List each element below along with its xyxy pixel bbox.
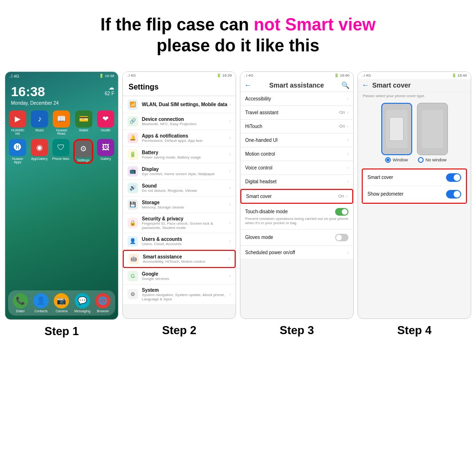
- app-health[interactable]: ❤ Health: [96, 110, 115, 135]
- cover-window-phone: [381, 103, 412, 155]
- settings-battery[interactable]: 🔋 Battery Power saving mode, Battery usa…: [123, 147, 236, 163]
- app-gallery2[interactable]: 🖼 Gallery: [96, 139, 115, 164]
- step-1: ..l 4G 🔋 16:38 16:38 Monday, December 24…: [5, 71, 119, 338]
- app-wallet[interactable]: 💳 Wallet: [74, 110, 93, 135]
- setting-smart-cover[interactable]: Smart cover: [363, 169, 466, 186]
- step-2: ..l 4G 🔋 16:39 Settings 📶 WLAN, Dual SIM…: [122, 71, 236, 338]
- dock-browser[interactable]: 🌐 Browser: [94, 293, 112, 313]
- settings-sound[interactable]: 🔊 Sound Do not disturb, Ringtone, Vibrat…: [123, 180, 236, 197]
- toggle-touch-disable[interactable]: [335, 208, 348, 216]
- step4-subtitle: Please select your phone cover type.: [358, 92, 471, 100]
- step1-homescreen: ..l 4G 🔋 16:38 16:38 Monday, December 24…: [5, 72, 118, 319]
- step2-title: Settings: [123, 79, 236, 96]
- settings-device[interactable]: 🔗 Device connection Bluetooth, NFC, Easy…: [123, 113, 236, 130]
- step1-label: Step 1: [44, 325, 79, 338]
- assist-voice[interactable]: Voice control ›: [240, 161, 353, 175]
- radio-nowindow[interactable]: [418, 157, 424, 163]
- step2-phone-screen: ..l 4G 🔋 16:39 Settings 📶 WLAN, Dual SIM…: [122, 71, 236, 319]
- step3-label: Step 3: [279, 324, 314, 337]
- settings-wlan[interactable]: 📶 WLAN, Dual SIM settings, Mobile data ›: [123, 97, 236, 113]
- step1-time: 16:38: [5, 80, 64, 99]
- step2-settings-list: 📶 WLAN, Dual SIM settings, Mobile data ›…: [123, 97, 236, 305]
- app-music[interactable]: ♪ Music: [30, 110, 49, 135]
- app-phone-manager[interactable]: 🛡 Phone Man.: [52, 139, 71, 164]
- assist-onehanded[interactable]: One-handed UI ›: [240, 134, 353, 147]
- setting-show-pedometer[interactable]: Show pedometer: [363, 186, 466, 203]
- step1-date: Monday, December 24: [5, 99, 64, 107]
- step3-header: ← Smart assistance 🔍: [240, 79, 353, 92]
- dock-messaging[interactable]: 💬 Messaging: [73, 293, 91, 313]
- cover-option-window[interactable]: Window: [381, 103, 412, 163]
- radio-window[interactable]: [385, 157, 391, 163]
- dock-dialer[interactable]: 📞 Dialer: [11, 293, 30, 313]
- assist-headset[interactable]: Digital headset ›: [240, 175, 353, 188]
- app-settings[interactable]: ⚙ Settings: [73, 139, 93, 164]
- assist-touch-disable[interactable]: Touch-disable mode Prevent mistaken oper…: [240, 204, 353, 229]
- assist-gloves[interactable]: Gloves mode: [240, 230, 353, 246]
- settings-storage[interactable]: 💾 Storage Memory, Storage cleaner ›: [123, 197, 236, 213]
- assist-smart-cover[interactable]: Smart cover On ›: [240, 189, 353, 204]
- toggle-smart-cover[interactable]: [446, 173, 461, 182]
- step4-settings-box: Smart cover Show pedometer: [362, 169, 467, 204]
- cover-nowindow-phone: [417, 103, 448, 155]
- step3-phone-screen: ..l 4G 🔋 16:40 ← Smart assistance 🔍 Acce…: [240, 71, 354, 319]
- step4-status-bar: ..l 4G 🔋 16:40: [358, 72, 471, 79]
- header-line1: If the flip case can not Smart view: [10, 14, 466, 35]
- step4-cover-options: Window No window: [358, 100, 471, 166]
- settings-security[interactable]: 🔒 Security & privacy Fingerprint ID, Fac…: [123, 213, 236, 233]
- assist-hitouch[interactable]: HiTouch On ›: [240, 120, 353, 133]
- steps-container: ..l 4G 🔋 16:38 16:38 Monday, December 24…: [0, 67, 476, 338]
- app-huawei-apps[interactable]: 🅗 Huawei Apps: [8, 139, 27, 164]
- header: If the flip case can not Smart view plea…: [0, 0, 476, 67]
- step4-phone-screen: ..l 4G 🔋 16:40 ← Smart cover Please sele…: [357, 71, 471, 319]
- app-huawei-video[interactable]: ▶ HUAWEI Vid.: [8, 110, 27, 135]
- assist-scheduled-power[interactable]: Scheduled power on/off ›: [240, 246, 353, 259]
- settings-display[interactable]: 📺 Display Eye comfort, Home screen style…: [123, 163, 236, 180]
- toggle-show-pedometer[interactable]: [446, 190, 461, 198]
- toggle-gloves[interactable]: [335, 234, 348, 241]
- app-gallery[interactable]: ◉ AppGallery: [30, 139, 49, 164]
- settings-apps[interactable]: 🔔 Apps & notifications Permissions, Defa…: [123, 130, 236, 147]
- cover-option-nowindow[interactable]: No window: [417, 103, 448, 163]
- assist-motion[interactable]: Motion control ›: [240, 148, 353, 161]
- step-3: ..l 4G 🔋 16:40 ← Smart assistance 🔍 Acce…: [240, 71, 354, 338]
- settings-system[interactable]: ⚙ System System navigation, System updat…: [123, 285, 236, 305]
- assist-accessibility[interactable]: Accessibility ›: [240, 92, 353, 106]
- settings-smart-assistance[interactable]: 🤖 Smart assistance Accessibility, HiTouc…: [123, 250, 236, 268]
- step4-header: ← Smart cover: [358, 79, 471, 92]
- header-line2: please do it like this: [10, 35, 466, 57]
- dock-camera[interactable]: 📷 Camera: [52, 293, 71, 313]
- step1-phone-screen: ..l 4G 🔋 16:38 16:38 Monday, December 24…: [5, 71, 119, 320]
- step1-status-bar: ..l 4G 🔋 16:38: [5, 72, 118, 80]
- step-4: ..l 4G 🔋 16:40 ← Smart cover Please sele…: [357, 71, 471, 338]
- settings-google[interactable]: G Google Google services ›: [123, 268, 236, 285]
- step2-status-bar: ..l 4G 🔋 16:39: [123, 72, 236, 79]
- step3-list: Accessibility › Travel assistant On › Hi…: [240, 92, 353, 259]
- settings-users[interactable]: 👤 Users & accounts Users, Cloud, Account…: [123, 233, 236, 250]
- app-read[interactable]: 📖 Huawei Read.: [52, 110, 71, 135]
- step2-label: Step 2: [162, 324, 196, 337]
- dock-contacts[interactable]: 👤 Contacts: [31, 293, 50, 313]
- step3-status-bar: ..l 4G 🔋 16:40: [240, 72, 353, 79]
- assist-travel[interactable]: Travel assistant On ›: [240, 106, 353, 119]
- step4-label: Step 4: [397, 324, 431, 337]
